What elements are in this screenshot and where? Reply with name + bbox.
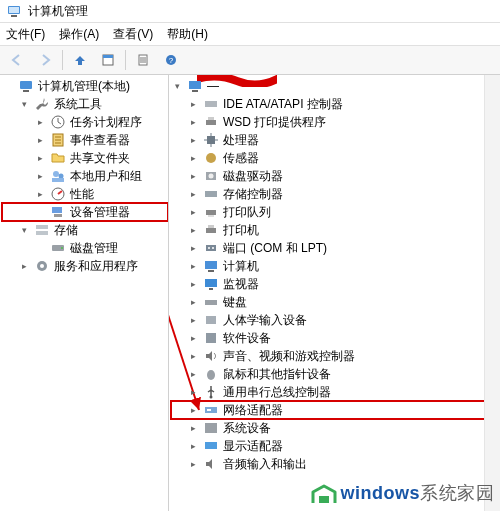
toolbar-help-button[interactable]: ? [158,47,184,73]
toolbar-forward-button[interactable] [32,47,58,73]
node-computer-management-root[interactable]: 计算机管理(本地) [2,77,168,95]
svg-rect-46 [205,300,217,305]
twisty-closed-icon[interactable]: ▸ [187,206,199,218]
node-ports[interactable]: ▸ 端口 (COM 和 LPT) [171,239,500,257]
node-wsd-print[interactable]: ▸ WSD 打印提供程序 [171,113,500,131]
svg-point-40 [208,247,210,249]
svg-rect-17 [54,214,62,217]
node-sensors[interactable]: ▸ 传感器 [171,149,500,167]
twisty-open-icon[interactable]: ▾ [18,224,30,236]
node-services-apps[interactable]: ▸ 服务和应用程序 [2,257,168,275]
twisty-closed-icon[interactable]: ▸ [34,134,46,146]
twisty-closed-icon[interactable]: ▸ [187,170,199,182]
node-processors[interactable]: ▸ 处理器 [171,131,500,149]
twisty-open-icon[interactable]: ▾ [18,98,30,110]
node-task-scheduler[interactable]: ▸ 任务计划程序 [2,113,168,131]
node-event-viewer[interactable]: ▸ 事件查看器 [2,131,168,149]
twisty-closed-icon[interactable]: ▸ [187,368,199,380]
twisty-open-icon[interactable]: ▾ [171,80,183,92]
node-storage[interactable]: ▾ 存储 [2,221,168,239]
node-label: 计算机管理(本地) [38,78,130,95]
node-network-adapters[interactable]: ▸ 网络适配器 [171,401,500,419]
twisty-closed-icon[interactable]: ▸ [187,134,199,146]
twisty-closed-icon[interactable]: ▸ [187,98,199,110]
menu-view[interactable]: 查看(V) [113,26,153,43]
twisty-closed-icon[interactable]: ▸ [34,188,46,200]
twisty-closed-icon[interactable]: ▸ [187,242,199,254]
node-software-devices[interactable]: ▸ 软件设备 [171,329,500,347]
node-label: 人体学输入设备 [223,312,307,329]
node-system-devices[interactable]: ▸ 系统设备 [171,419,500,437]
toolbar-refresh-button[interactable] [130,47,156,73]
users-icon [50,168,66,184]
menu-help[interactable]: 帮助(H) [167,26,208,43]
toolbar: ? [0,46,500,75]
node-shared-folders[interactable]: ▸ 共享文件夹 [2,149,168,167]
folder-share-icon [50,150,66,166]
toolbar-back-button[interactable] [4,47,30,73]
node-printers[interactable]: ▸ 打印机 [171,221,500,239]
node-sound-video-game[interactable]: ▸ 声音、视频和游戏控制器 [171,347,500,365]
svg-rect-47 [206,316,216,324]
svg-rect-18 [36,225,48,229]
twisty-closed-icon[interactable]: ▸ [187,350,199,362]
node-display-adapters[interactable]: ▸ 显示适配器 [171,437,500,455]
twisty-closed-icon[interactable]: ▸ [187,188,199,200]
menu-action[interactable]: 操作(A) [59,26,99,43]
toolbar-up-button[interactable] [67,47,93,73]
cpu-icon [203,132,219,148]
controller-icon [203,96,219,112]
twisty-closed-icon[interactable]: ▸ [187,152,199,164]
node-ide-ata[interactable]: ▸ IDE ATA/ATAPI 控制器 [171,95,500,113]
controller-icon [203,186,219,202]
node-disk-management[interactable]: 磁盘管理 [2,239,168,257]
titlebar: 计算机管理 [0,0,500,23]
node-performance[interactable]: ▸ 性能 [2,185,168,203]
node-label: 网络适配器 [223,402,283,419]
device-root-node[interactable]: ▾ — [171,77,500,95]
node-device-manager[interactable]: 设备管理器 [2,203,168,221]
toolbar-properties-button[interactable] [95,47,121,73]
node-usb-controllers[interactable]: ▸ 通用串行总线控制器 [171,383,500,401]
twisty-closed-icon[interactable]: ▸ [34,116,46,128]
svg-rect-44 [205,279,217,287]
node-hid[interactable]: ▸ 人体学输入设备 [171,311,500,329]
node-print-queues[interactable]: ▸ 打印队列 [171,203,500,221]
twisty-closed-icon[interactable]: ▸ [187,440,199,452]
twisty-closed-icon[interactable]: ▸ [187,458,199,470]
node-computer[interactable]: ▸ 计算机 [171,257,500,275]
node-monitors[interactable]: ▸ 监视器 [171,275,500,293]
node-storage-controllers[interactable]: ▸ 存储控制器 [171,185,500,203]
twisty-closed-icon[interactable]: ▸ [187,278,199,290]
svg-point-21 [61,247,63,249]
node-system-tools[interactable]: ▾ 系统工具 [2,95,168,113]
svg-point-41 [212,247,214,249]
node-audio-io[interactable]: ▸ 音频输入和输出 [171,455,500,473]
svg-point-12 [53,171,59,177]
node-disk-drives[interactable]: ▸ 磁盘驱动器 [171,167,500,185]
node-label: 显示适配器 [223,438,283,455]
twisty-closed-icon[interactable]: ▸ [187,116,199,128]
node-local-users-groups[interactable]: ▸ 本地用户和组 [2,167,168,185]
twisty-closed-icon[interactable]: ▸ [187,224,199,236]
device-tree: ▾ — ▸ IDE ATA/ATAPI 控制器 ▸ WSD 打印提供程序 [169,75,500,475]
twisty-closed-icon[interactable]: ▸ [187,260,199,272]
twisty-closed-icon[interactable]: ▸ [187,404,199,416]
window-title: 计算机管理 [28,3,494,20]
twisty-closed-icon[interactable]: ▸ [34,170,46,182]
menu-file[interactable]: 文件(F) [6,26,45,43]
node-mice-pointing[interactable]: ▸ 鼠标和其他指针设备 [171,365,500,383]
svg-rect-9 [23,90,29,92]
svg-rect-4 [103,55,113,58]
twisty-closed-icon[interactable]: ▸ [18,260,30,272]
twisty-closed-icon[interactable]: ▸ [187,314,199,326]
twisty-closed-icon[interactable]: ▸ [187,296,199,308]
audio-io-icon [203,456,219,472]
twisty-closed-icon[interactable]: ▸ [187,332,199,344]
software-device-icon [203,330,219,346]
node-keyboards[interactable]: ▸ 键盘 [171,293,500,311]
twisty-closed-icon[interactable]: ▸ [187,422,199,434]
twisty-closed-icon[interactable]: ▸ [187,386,199,398]
storage-icon [34,222,50,238]
twisty-closed-icon[interactable]: ▸ [34,152,46,164]
